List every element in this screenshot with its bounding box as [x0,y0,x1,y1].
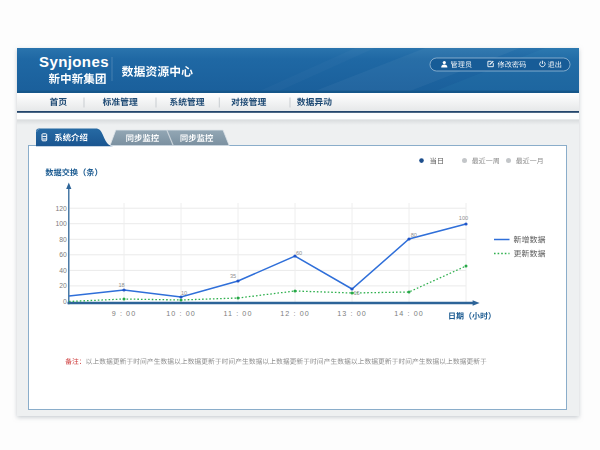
svg-text:80: 80 [411,232,417,238]
svg-text:80: 80 [59,236,67,243]
svg-text:10 : 00: 10 : 00 [166,309,196,318]
svg-text:60: 60 [296,250,302,256]
svg-text:10: 10 [181,290,187,296]
svg-text:0: 0 [63,298,67,305]
svg-text:14 : 00: 14 : 00 [394,309,424,318]
svg-text:12 : 00: 12 : 00 [280,309,310,318]
svg-text:13 : 00: 13 : 00 [337,309,367,318]
svg-text:18: 18 [118,282,124,288]
svg-text:Synjones: Synjones [39,53,109,70]
svg-text:20: 20 [59,282,67,289]
svg-text:60: 60 [59,251,67,258]
svg-text:120: 120 [55,205,67,212]
svg-text:100: 100 [459,215,468,221]
svg-text:11 : 00: 11 : 00 [223,309,252,318]
svg-text:100: 100 [55,220,67,227]
svg-text:15: 15 [353,290,359,296]
svg-text:35: 35 [230,273,236,279]
svg-text:40: 40 [59,267,67,274]
svg-text:9 : 00: 9 : 00 [112,309,137,318]
